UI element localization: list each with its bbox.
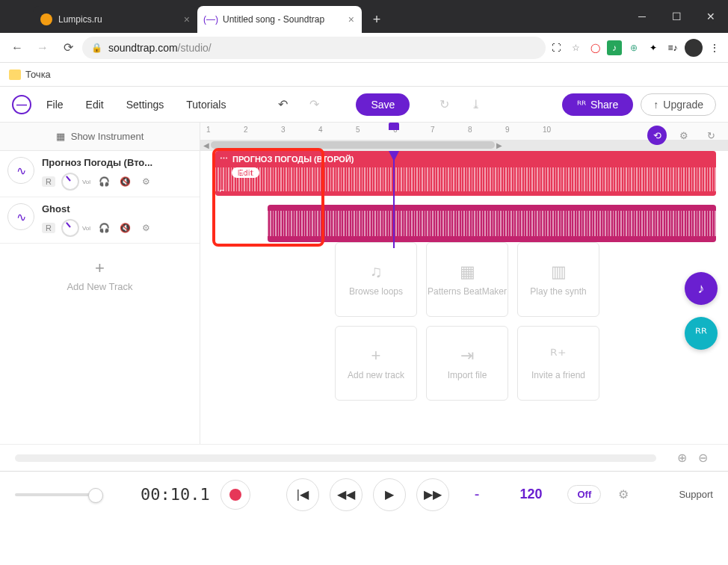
waveform	[268, 211, 716, 236]
waveform-icon: ∿	[7, 157, 34, 184]
track-row-1[interactable]: ∿ Прогноз Погоды (Вто... R Vol 🎧 🔇 ⚙	[0, 151, 200, 197]
zoom-out-icon[interactable]: ⊖	[692, 448, 713, 469]
playlist-icon[interactable]: ≡♪	[665, 40, 680, 55]
clips-area[interactable]: ⋯ ПРОГНОЗ ПОГОДЫ (ВТОРОЙ) Edit ⌐	[200, 151, 728, 248]
time-display[interactable]: 00:10.1	[141, 485, 210, 504]
show-instrument-toggle[interactable]: ▦ Show Instrument	[0, 123, 200, 151]
zoom-bar: ⊕ ⊖	[0, 444, 728, 471]
import-file-card[interactable]: ⇥Import file	[426, 326, 508, 401]
upgrade-button[interactable]: ↑ Upgrade	[641, 93, 716, 116]
translate-icon[interactable]: ⛶	[549, 40, 564, 55]
tab-soundtrap[interactable]: (—) Untitled song - Soundtrap ×	[197, 6, 362, 33]
scroll-left-icon[interactable]: ◀	[203, 141, 209, 149]
ext-icon-2[interactable]: ♪	[607, 40, 622, 55]
volume-knob[interactable]	[61, 173, 79, 191]
url-path: /studio/	[178, 42, 212, 54]
plus-icon: +	[371, 346, 381, 365]
reload-button[interactable]: ⟳	[57, 37, 79, 59]
track-row-2[interactable]: ∿ Ghost R Vol 🎧 🔇 ⚙	[0, 197, 200, 244]
metronome-toggle[interactable]: Off	[567, 485, 601, 504]
mute-icon[interactable]: 🔇	[117, 220, 132, 235]
extensions-icon[interactable]: ✦	[646, 40, 661, 55]
play-button[interactable]: ▶	[373, 478, 406, 511]
record-arm-button[interactable]: R	[42, 176, 55, 187]
key-display[interactable]: -	[460, 486, 495, 503]
invite-friend-card[interactable]: ᴿ⁺Invite a friend	[517, 326, 599, 401]
clip-name: ПРОГНОЗ ПОГОДЫ (ВТОРОЙ)	[232, 155, 354, 164]
minimize-button[interactable]: ─	[625, 0, 659, 33]
loop-button[interactable]: ⟲	[647, 126, 667, 145]
timeline-ruler[interactable]: 1 2 3 4 5 6 7 8 9 10 ◀ ▶ ⟲ ⚙ ↻	[200, 123, 728, 151]
menu-settings[interactable]: Settings	[119, 94, 172, 115]
download-button[interactable]: ⤓	[463, 93, 487, 117]
back-button[interactable]: ←	[6, 37, 28, 59]
clip-menu-icon[interactable]: ⋯	[220, 154, 228, 164]
record-arm-button[interactable]: R	[42, 223, 55, 233]
master-volume-slider[interactable]	[15, 493, 97, 496]
bookmark-bar: Точка	[0, 63, 728, 87]
new-tab-button[interactable]: +	[366, 9, 387, 30]
main-area: ▦ Show Instrument ∿ Прогноз Погоды (Вто.…	[0, 123, 728, 444]
rewind-button[interactable]: ◀◀	[330, 478, 363, 511]
menu-file[interactable]: File	[39, 94, 71, 115]
undo-button[interactable]: ↶	[271, 93, 294, 117]
close-icon[interactable]: ×	[348, 13, 354, 25]
skip-start-button[interactable]: |◀	[286, 478, 319, 511]
bpm-display[interactable]: 120	[505, 487, 557, 502]
instrument-icon: ▦	[56, 131, 65, 142]
plus-icon: +	[95, 259, 105, 278]
share-button[interactable]: ᴿᴿ Share	[562, 93, 633, 116]
transport-settings-icon[interactable]: ⚙	[611, 483, 635, 507]
history-icon[interactable]: ↻	[701, 126, 721, 145]
avatar[interactable]	[685, 39, 703, 57]
url-field[interactable]: 🔒 soundtrap.com/studio/	[82, 37, 546, 59]
collaborate-fab[interactable]: ᴿᴿ	[685, 317, 718, 350]
sounds-fab[interactable]: ♪	[685, 272, 718, 305]
star-icon[interactable]: ☆	[568, 40, 583, 55]
menu-edit[interactable]: Edit	[78, 94, 111, 115]
timeline[interactable]: 1 2 3 4 5 6 7 8 9 10 ◀ ▶ ⟲ ⚙ ↻ ⋯	[200, 123, 728, 444]
forward-button[interactable]: ▶▶	[416, 478, 449, 511]
close-window-button[interactable]: ✕	[694, 0, 728, 33]
url-domain: soundtrap.com	[108, 42, 178, 54]
fx-icon[interactable]: ⚙	[138, 174, 153, 189]
close-icon[interactable]: ×	[184, 13, 190, 25]
scroll-right-icon[interactable]: ▶	[496, 141, 502, 149]
headphones-icon[interactable]: 🎧	[96, 220, 111, 235]
menu-tutorials[interactable]: Tutorials	[179, 94, 233, 115]
ext-icon-1[interactable]: ◯	[587, 40, 602, 55]
menu-icon[interactable]: ⋮	[707, 40, 722, 55]
support-link[interactable]: Support	[679, 489, 713, 500]
revert-button[interactable]: ↻	[432, 93, 456, 117]
fx-icon[interactable]: ⚙	[138, 220, 153, 235]
audio-clip-1[interactable]: ⋯ ПРОГНОЗ ПОГОДЫ (ВТОРОЙ) Edit ⌐	[215, 151, 716, 196]
app-logo[interactable]: —	[12, 95, 31, 114]
transport-bar: 00:10.1 |◀ ◀◀ ▶ ▶▶ - 120 Off ⚙ Support	[0, 471, 728, 517]
clip-handle-icon[interactable]: ⌐	[220, 185, 224, 194]
browse-loops-card[interactable]: ♫Browse loops	[335, 242, 417, 317]
ext-icon-3[interactable]: ⊕	[626, 40, 641, 55]
play-synth-card[interactable]: ▥Play the synth	[517, 242, 599, 317]
redo-button[interactable]: ↷	[302, 93, 326, 117]
zoom-in-icon[interactable]: ⊕	[671, 448, 692, 469]
playhead[interactable]	[393, 151, 395, 248]
headphones-icon[interactable]: 🎧	[96, 174, 111, 189]
bookmark-item[interactable]: Точка	[25, 69, 51, 80]
add-track-card[interactable]: +Add new track	[335, 326, 417, 401]
save-button[interactable]: Save	[356, 93, 410, 116]
settings-icon[interactable]: ⚙	[674, 126, 694, 145]
patterns-card[interactable]: ▦Patterns BeatMaker	[426, 242, 508, 317]
scroll-thumb[interactable]	[211, 141, 495, 149]
maximize-button[interactable]: ☐	[659, 0, 694, 33]
horizontal-scrollbar[interactable]	[15, 454, 656, 462]
mute-icon[interactable]: 🔇	[117, 174, 132, 189]
forward-button[interactable]: →	[31, 37, 54, 59]
audio-clip-2[interactable]	[268, 205, 716, 242]
tab-lumpics[interactable]: Lumpics.ru ×	[33, 6, 197, 33]
import-icon: ⇥	[460, 346, 474, 365]
volume-knob[interactable]	[61, 219, 79, 237]
add-new-track-button[interactable]: + Add New Track	[0, 244, 200, 444]
record-button[interactable]	[220, 480, 250, 510]
extensions: ⛶ ☆ ◯ ♪ ⊕ ✦ ≡♪ ⋮	[549, 39, 722, 57]
waveform-icon: ∿	[7, 203, 34, 230]
